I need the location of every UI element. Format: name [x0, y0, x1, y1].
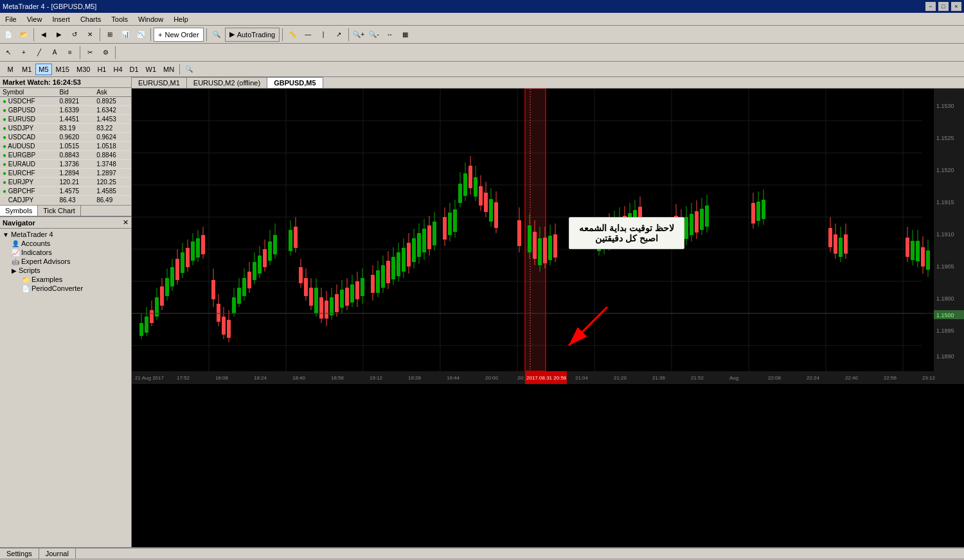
chart-tab-eurusd-m1[interactable]: EURUSD,M1 [132, 77, 187, 88]
arrow-btn[interactable]: ↗ [332, 28, 346, 42]
vline-btn[interactable]: | [316, 28, 330, 42]
delete-tool[interactable]: ✂ [83, 46, 97, 60]
svg-rect-93 [340, 290, 344, 308]
hline-btn[interactable]: — [301, 28, 315, 42]
navigator-close[interactable]: ✕ [123, 218, 129, 227]
tf-m30[interactable]: M30 [73, 64, 93, 75]
new-btn[interactable]: 📄 [1, 28, 15, 42]
nav-accounts[interactable]: 👤 Accounts [1, 239, 130, 248]
svg-rect-143 [474, 177, 478, 197]
market-watch-row[interactable]: ● EURJPY 120.21 120.25 [0, 178, 131, 187]
chart-zoom-in[interactable]: 🔍 [210, 28, 224, 42]
line-tool[interactable]: ╱ [32, 46, 46, 60]
svg-text:1.1890: 1.1890 [936, 353, 954, 360]
svg-text:1.1500: 1.1500 [936, 312, 954, 319]
tf-h1[interactable]: H1 [94, 64, 109, 75]
tab-symbols[interactable]: Symbols [0, 206, 38, 216]
svg-text:1.1895: 1.1895 [936, 328, 954, 334]
nav-examples[interactable]: 📁 Examples [1, 275, 130, 284]
market-watch-row[interactable]: ● USDJPY 83.19 83.22 [0, 124, 131, 133]
market-watch-row[interactable]: ● EURUSD 1.4451 1.4453 [0, 115, 131, 124]
tools-btn1[interactable]: ⊞ [103, 28, 117, 42]
nav-period-converter[interactable]: 📄 PeriodConverter [1, 284, 130, 293]
nav-scripts[interactable]: ▶ Scripts [1, 266, 130, 275]
svg-rect-47 [211, 280, 215, 299]
open-btn[interactable]: 📂 [17, 28, 31, 42]
market-watch-row[interactable]: ● AUDUSD 1.0515 1.0518 [0, 142, 131, 151]
nav-indicators[interactable]: 📈 Indicators [1, 248, 130, 257]
svg-rect-137 [458, 184, 462, 203]
svg-rect-31 [165, 278, 169, 296]
nav-expert-advisors[interactable]: 🤖 Expert Advisors [1, 257, 130, 266]
search-btn[interactable]: 🔍 [182, 62, 196, 76]
restore-btn[interactable]: □ [938, 2, 949, 11]
nav-indicators-label: Indicators [21, 249, 52, 256]
menu-insert[interactable]: Insert [49, 15, 73, 23]
back-btn[interactable]: ◀ [37, 28, 51, 42]
svg-rect-111 [386, 261, 390, 283]
market-watch-row[interactable]: ● GBPCHF 1.4575 1.4585 [0, 187, 131, 196]
auto-scroll[interactable]: ↔ [382, 28, 397, 42]
svg-rect-191 [690, 214, 693, 235]
tf-m15[interactable]: M15 [53, 64, 73, 75]
tf-h4[interactable]: H4 [110, 64, 125, 75]
mw-symbol: ● EURJPY [0, 178, 57, 187]
new-order-button[interactable]: + New Order [154, 28, 204, 42]
chart-tab-gbpusd-m5[interactable]: GBPUSD,M5 [267, 77, 323, 88]
svg-rect-23 [145, 317, 148, 333]
svg-rect-127 [427, 225, 431, 249]
tf-d1[interactable]: D1 [127, 64, 142, 75]
forward-btn[interactable]: ▶ [52, 28, 66, 42]
svg-rect-91 [335, 294, 339, 312]
market-watch-row[interactable]: ● USDCAD 0.9620 0.9624 [0, 133, 131, 142]
tf-mn[interactable]: MN [160, 64, 177, 75]
market-watch-row[interactable]: ● GBPUSD 1.6339 1.6342 [0, 106, 131, 115]
market-watch-row[interactable]: ● EURCHF 1.2894 1.2897 [0, 169, 131, 178]
svg-text:20:00: 20:00 [485, 375, 499, 381]
tf-m[interactable]: M [3, 64, 18, 75]
zoom-in[interactable]: 🔍+ [352, 28, 366, 42]
bar-chart[interactable]: ▦ [398, 28, 412, 42]
market-watch-tabs: Symbols Tick Chart [0, 205, 131, 216]
menu-charts[interactable]: Charts [78, 15, 103, 23]
autotrading-button[interactable]: ▶ AutoTrading [225, 28, 280, 42]
tools-btn2[interactable]: 📊 [118, 28, 132, 42]
close-btn[interactable]: × [951, 2, 961, 11]
tf-m1[interactable]: M1 [19, 64, 35, 75]
market-watch-row[interactable]: ● USDCHF 0.8921 0.8925 [0, 97, 131, 106]
menu-window[interactable]: Window [136, 15, 166, 23]
market-watch-row[interactable]: ● CADJPY 86.43 86.49 [0, 196, 131, 205]
line-btn[interactable]: 📏 [285, 28, 299, 42]
tf-m5[interactable]: M5 [35, 64, 51, 75]
tab-settings[interactable]: Settings [0, 548, 39, 559]
main-area: Market Watch: 16:24:53 Symbol Bid Ask ● … [0, 77, 964, 547]
menu-view[interactable]: View [24, 15, 45, 23]
mw-ask: 1.3748 [94, 160, 131, 169]
nav-root[interactable]: ▼ MetaTrader 4 [1, 230, 130, 239]
chart-tab-eurusd-m2[interactable]: EURUSD,M2 (offline) [187, 77, 267, 88]
tab-journal[interactable]: Journal [39, 548, 76, 559]
svg-rect-129 [433, 222, 436, 245]
zoom-out[interactable]: 🔍- [367, 28, 381, 42]
market-watch-row[interactable]: ● EURAUD 1.3736 1.3748 [0, 160, 131, 169]
tf-w1[interactable]: W1 [143, 64, 160, 75]
reload-btn[interactable]: ↺ [67, 28, 82, 42]
menu-file[interactable]: File [3, 15, 19, 23]
tab-tick-chart[interactable]: Tick Chart [38, 206, 81, 216]
cursor-btn[interactable]: ↖ [1, 46, 15, 60]
text-tool[interactable]: A [48, 46, 62, 60]
market-watch-row[interactable]: ● EURGBP 0.8843 0.8846 [0, 151, 131, 160]
svg-rect-95 [345, 288, 349, 306]
tools-btn3[interactable]: 📉 [134, 28, 148, 42]
svg-rect-165 [553, 234, 557, 258]
fib-tool[interactable]: ≡ [63, 46, 77, 60]
mw-ask: 0.9624 [94, 133, 131, 142]
properties-tool[interactable]: ⚙ [98, 46, 112, 60]
minimize-btn[interactable]: − [925, 2, 936, 11]
menu-help[interactable]: Help [171, 15, 191, 23]
navigator: Navigator ✕ ▼ MetaTrader 4 👤 Accounts 📈 … [0, 217, 131, 547]
stop-btn[interactable]: ✕ [83, 28, 97, 42]
svg-rect-117 [402, 248, 406, 272]
crosshair-btn[interactable]: + [17, 46, 31, 60]
menu-tools[interactable]: Tools [109, 15, 130, 23]
